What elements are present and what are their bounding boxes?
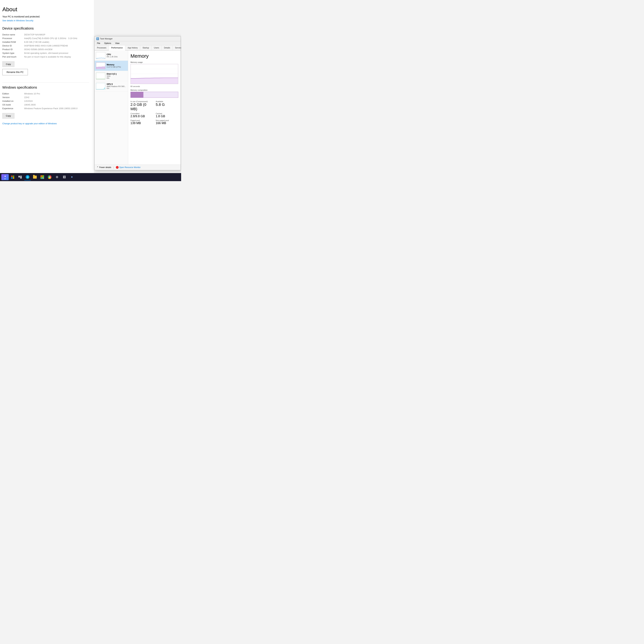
spec-row-version: Version 22H2 — [2, 96, 89, 99]
copy-button-1[interactable]: Copy — [2, 61, 14, 67]
memory-info: Memory 2.1/7.9 GB (27%) — [107, 64, 127, 68]
stat-non-paged-pool-value: 166 MB — [156, 121, 178, 125]
spec-label-device-id: Device ID — [2, 44, 24, 47]
memory-composition-label: Memory composition — [130, 89, 178, 91]
tab-processes[interactable]: Processes — [95, 45, 109, 50]
settings-about-page: About Your PC is monitored and protected… — [0, 0, 94, 174]
fewer-details-label: Fewer details — [99, 166, 111, 169]
stat-paged-pool-value: 139 MB — [130, 121, 153, 125]
spec-value-version: 22H2 — [24, 96, 89, 99]
task-manager-tabs: Processes Performance App history Startu… — [95, 45, 181, 50]
copy-button-2[interactable]: Copy — [2, 113, 14, 119]
spec-label-system-type: System type — [2, 52, 24, 54]
windows-icon — [11, 176, 14, 179]
tab-performance[interactable]: Performance — [109, 45, 125, 50]
spec-row-edition: Edition Windows 10 Pro — [2, 92, 89, 95]
page-title: About — [2, 6, 89, 13]
settings-gear-icon: ⚙ — [56, 175, 58, 179]
store-icon — [40, 175, 44, 179]
tab-users[interactable]: Users — [151, 45, 162, 50]
taskbar-chrome-button[interactable] — [46, 174, 53, 180]
menu-file[interactable]: File — [96, 42, 101, 45]
spec-label-ram: Installed RAM — [2, 41, 24, 43]
spec-value-pen-touch: No pen or touch input is available for t… — [24, 56, 89, 58]
spec-label-device-name: Device name — [2, 33, 24, 36]
memory-used-bar — [131, 92, 143, 98]
spec-row-pen-touch: Pen and touch No pen or touch input is a… — [2, 56, 89, 58]
svg-rect-1 — [98, 38, 98, 39]
resource-item-cpu[interactable]: CPU 0% 1.35 GHz — [95, 50, 128, 61]
disk-info: Disk 0 (C:) SSD 0% — [107, 73, 127, 79]
spec-value-system-type: 64-bit operating system, x64-based proce… — [24, 52, 89, 54]
taskbar-store-button[interactable] — [39, 174, 46, 180]
stat-committed-label: Committed — [130, 113, 153, 115]
chevron-up-icon: ⌃ — [97, 166, 99, 169]
taskbar-ai-button[interactable]: ✦ Ai — [1, 174, 9, 180]
tab-details[interactable]: Details — [162, 45, 173, 50]
spec-row-installed-on: Installed on 1/3/2024 — [2, 100, 89, 102]
mail-icon: 🖼 — [63, 175, 66, 179]
taskbar-explorer-button[interactable] — [32, 174, 38, 180]
spec-label-processor: Processor — [2, 37, 24, 40]
open-resource-monitor-link[interactable]: Open Resource Monitor — [116, 166, 141, 169]
spec-row-device-id: Device ID 043F5B49-94B2-4443-A186-14993D… — [2, 44, 89, 47]
svg-rect-2 — [97, 39, 97, 40]
svg-rect-3 — [98, 39, 98, 40]
rename-pc-button[interactable]: Rename this PC — [2, 69, 28, 75]
stat-committed-value: 2.8/9.8 GB — [130, 115, 153, 118]
disk-type: SSD — [107, 75, 127, 77]
svg-rect-20 — [20, 177, 22, 178]
windows-specs-table: Edition Windows 10 Pro Version 22H2 Inst… — [2, 92, 89, 110]
chrome-icon — [48, 175, 51, 179]
stat-available-label: Available — [156, 100, 178, 102]
tab-app-history[interactable]: App history — [125, 45, 140, 50]
svg-rect-18 — [18, 176, 20, 177]
spec-value-processor: Intel(R) Core(TM) i5-6500 CPU @ 3.20GHz … — [24, 37, 89, 40]
spec-value-edition: Windows 10 Pro — [24, 92, 89, 95]
taskbar-copilot-button[interactable]: ✦ — [68, 174, 75, 180]
disk-pct: 0% — [107, 77, 127, 79]
gpu-pct: 0% — [107, 87, 127, 89]
resource-item-disk[interactable]: Disk 0 (C:) SSD 0% — [95, 71, 128, 81]
task-manager-window: Task Manager File Options View Processes… — [94, 36, 181, 170]
spec-label-experience: Experience — [2, 107, 24, 110]
tab-startup[interactable]: Startup — [140, 45, 152, 50]
taskview-icon — [18, 176, 22, 178]
tab-services[interactable]: Services — [173, 45, 181, 50]
stat-paged-pool-label: Paged pool — [130, 119, 153, 121]
stat-non-paged-pool-label: Non-paged pool — [156, 119, 178, 121]
taskbar: ✦ Ai e — [0, 173, 181, 181]
menu-options[interactable]: Options — [103, 42, 112, 45]
spec-value-installed-on: 1/3/2024 — [24, 100, 89, 102]
taskbar-settings-button[interactable]: ⚙ — [54, 174, 60, 180]
ai-label: Ai — [4, 178, 6, 180]
memory-usage-label: Memory usage — [130, 61, 178, 63]
spec-label-edition: Edition — [2, 92, 24, 95]
resource-monitor-icon — [116, 166, 119, 169]
spec-row-product-id: Product ID 00342-50586-28505-AAOEM — [2, 48, 89, 51]
taskbar-edge-button[interactable]: e — [24, 174, 31, 180]
cpu-graph — [96, 52, 105, 59]
memory-detail-panel: Memory Memory usage 60 seconds — [128, 50, 181, 165]
task-manager-body: CPU 0% 1.35 GHz Memory 2.1/7.9 GB (27 — [95, 50, 181, 165]
memory-stats-grid: In use (Compressed) 2.0 GB (0 MB) Availa… — [130, 100, 178, 125]
memory-stats: 2.1/7.9 GB (27%) — [107, 66, 127, 68]
resource-item-gpu[interactable]: GPU 0 AMD Radeon RX 560... 0% — [95, 81, 128, 91]
change-product-key-link[interactable]: Change product key or upgrade your editi… — [2, 122, 89, 125]
svg-rect-23 — [41, 177, 42, 178]
stat-available-value: 5.8 G — [156, 102, 178, 107]
fewer-details-button[interactable]: ⌃ Fewer details — [97, 166, 111, 169]
spec-label-version: Version — [2, 96, 24, 99]
taskbar-taskview-button[interactable] — [17, 174, 23, 180]
spec-value-ram: 8.00 GB (7.90 GB usable) — [24, 41, 89, 43]
security-link[interactable]: See details in Windows Security — [2, 19, 89, 22]
taskbar-mail-button[interactable]: 🖼 — [61, 174, 68, 180]
taskbar-start-button[interactable] — [9, 174, 16, 180]
stat-in-use-label: In use (Compressed) — [130, 100, 153, 102]
edge-icon: e — [26, 175, 29, 179]
resource-item-memory[interactable]: Memory 2.1/7.9 GB (27%) — [95, 61, 128, 71]
memory-composition-bar — [130, 92, 178, 98]
chart-time-label: 60 seconds — [130, 85, 178, 87]
menu-view[interactable]: View — [114, 42, 121, 45]
svg-marker-16 — [131, 78, 178, 84]
